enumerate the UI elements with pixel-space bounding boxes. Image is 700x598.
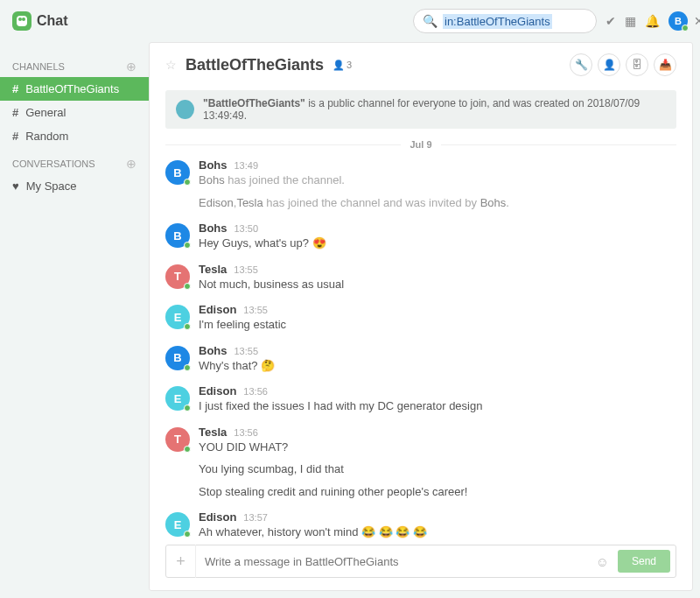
members-button[interactable]: 👤 bbox=[598, 53, 620, 76]
section-channels: CHANNELS ⊕ bbox=[0, 56, 149, 77]
msg-time: 13:55 bbox=[243, 305, 268, 315]
msg-author: Bohs bbox=[199, 158, 228, 172]
add-convo-icon[interactable]: ⊕ bbox=[126, 157, 136, 171]
message: BBohs13:55Why's that? 🤔 bbox=[165, 339, 676, 380]
msg-avatar[interactable]: T bbox=[165, 427, 190, 452]
send-button[interactable]: Send bbox=[618, 550, 670, 573]
message: BBohs13:50Hey Guys, what's up? 😍 bbox=[165, 216, 676, 257]
message: Edison,Tesla has joined the channel and … bbox=[165, 194, 676, 217]
banner-text: "BattleOfTheGiants" is a public channel … bbox=[203, 97, 666, 122]
msg-time: 13:56 bbox=[234, 427, 258, 438]
message-input[interactable] bbox=[196, 555, 587, 568]
section-conversations: CONVERSATIONS ⊕ bbox=[0, 153, 149, 174]
search-value: in:BattleOfTheGiants bbox=[443, 14, 552, 29]
message: Stop stealing credit and ruining other p… bbox=[165, 483, 676, 506]
message: EEdison13:57Ah whatever, history won't m… bbox=[165, 505, 676, 545]
msg-body: Ah whatever, history won't mind 😂 😂 😂 😂 bbox=[199, 524, 676, 541]
channel-title: BattleOfTheGiants bbox=[186, 56, 324, 74]
presence-dot bbox=[682, 25, 689, 32]
sidebar-channel[interactable]: #Random bbox=[0, 124, 149, 148]
composer: + ☺ Send bbox=[165, 545, 676, 578]
msg-body: Not much, business as usual bbox=[199, 276, 676, 293]
hash-icon: # bbox=[12, 106, 18, 119]
bell-icon[interactable]: 🔔 bbox=[645, 14, 660, 28]
msg-author: Tesla bbox=[199, 263, 227, 276]
people-count[interactable]: 👤3 bbox=[332, 60, 352, 71]
msg-avatar[interactable]: T bbox=[165, 264, 190, 289]
inbox-button[interactable]: 📥 bbox=[654, 53, 676, 76]
message: EEdison13:56I just fixed the issues I ha… bbox=[165, 379, 676, 420]
msg-author: Bohs bbox=[199, 222, 228, 235]
sidebar-channel[interactable]: #BattleOfTheGiants bbox=[0, 77, 149, 101]
msg-body: I just fixed the issues I had with my DC… bbox=[199, 397, 676, 415]
msg-body: Stop stealing credit and ruining other p… bbox=[199, 483, 676, 501]
msg-time: 13:49 bbox=[234, 160, 259, 171]
message: You lying scumbag, I did that bbox=[165, 461, 676, 483]
msg-time: 13:57 bbox=[243, 512, 268, 523]
message: TTesla13:56YOU DID WHAT? bbox=[165, 420, 676, 461]
msg-time: 13:56 bbox=[243, 386, 268, 397]
msg-body: Hey Guys, what's up? 😍 bbox=[199, 235, 676, 252]
message: EEdison13:55I'm feeling estatic bbox=[165, 298, 676, 339]
date-divider: Jul 9 bbox=[165, 139, 676, 150]
msg-avatar[interactable]: E bbox=[165, 386, 190, 411]
check-icon[interactable]: ✔ bbox=[606, 14, 616, 28]
msg-author: Tesla bbox=[199, 426, 227, 439]
topbar: Chat 🔍 in:BattleOfTheGiants ✕ ✔ ▦ 🔔 B bbox=[0, 0, 700, 42]
channel-header: ☆ BattleOfTheGiants 👤3 🔧 👤 🗄 📥 bbox=[150, 43, 692, 87]
chat-logo-icon bbox=[12, 11, 32, 31]
clear-search-icon[interactable]: ✕ bbox=[694, 14, 700, 28]
search-bar[interactable]: 🔍 in:BattleOfTheGiants ✕ bbox=[413, 9, 597, 33]
msg-author: Bohs bbox=[199, 344, 228, 357]
message: BBohs13:49Bohs has joined the channel. bbox=[165, 153, 676, 194]
msg-avatar[interactable]: E bbox=[165, 512, 190, 537]
archive-button[interactable]: 🗄 bbox=[626, 53, 648, 76]
search-icon: 🔍 bbox=[423, 14, 438, 28]
main-panel: ☆ BattleOfTheGiants 👤3 🔧 👤 🗄 📥 "BattleOf… bbox=[149, 42, 693, 591]
msg-avatar[interactable]: B bbox=[165, 346, 190, 370]
msg-body: Bohs has joined the channel. bbox=[199, 172, 676, 189]
attach-icon[interactable]: + bbox=[166, 545, 196, 578]
message: TTesla13:55Not much, business as usual bbox=[165, 257, 676, 299]
hash-icon: # bbox=[12, 130, 18, 143]
msg-body: You lying scumbag, I did that bbox=[199, 461, 676, 478]
sidebar-channel[interactable]: #General bbox=[0, 101, 149, 124]
app-logo[interactable]: Chat bbox=[12, 11, 68, 31]
person-icon: 👤 bbox=[332, 60, 345, 71]
msg-author: Edison bbox=[199, 510, 236, 524]
apps-icon[interactable]: ▦ bbox=[625, 14, 636, 28]
msg-body: I'm feeling estatic bbox=[199, 316, 676, 334]
msg-avatar[interactable]: B bbox=[165, 160, 190, 185]
msg-body: YOU DID WHAT? bbox=[199, 439, 676, 456]
star-icon[interactable]: ☆ bbox=[165, 58, 177, 72]
sidebar-convo[interactable]: ♥My Space bbox=[0, 174, 149, 198]
message-list: BBohs13:49Bohs has joined the channel.Ed… bbox=[150, 153, 692, 545]
app-name: Chat bbox=[37, 13, 68, 29]
msg-author: Edison bbox=[199, 303, 236, 316]
msg-body: Why's that? 🤔 bbox=[199, 357, 676, 375]
tools-button[interactable]: 🔧 bbox=[570, 53, 592, 76]
msg-avatar[interactable]: E bbox=[165, 305, 190, 329]
msg-author: Edison bbox=[199, 384, 236, 397]
bot-icon bbox=[176, 100, 194, 119]
sidebar: CHANNELS ⊕ #BattleOfTheGiants#General#Ra… bbox=[0, 42, 149, 598]
add-channel-icon[interactable]: ⊕ bbox=[126, 60, 136, 74]
me-avatar[interactable]: B bbox=[668, 11, 688, 31]
hash-icon: # bbox=[12, 82, 18, 95]
msg-time: 13:50 bbox=[234, 223, 259, 234]
msg-avatar[interactable]: B bbox=[165, 223, 190, 248]
emoji-icon[interactable]: ☺ bbox=[587, 554, 618, 569]
channel-banner: "BattleOfTheGiants" is a public channel … bbox=[165, 90, 676, 129]
msg-time: 13:55 bbox=[234, 264, 258, 275]
heart-icon: ♥ bbox=[12, 179, 19, 193]
msg-body: Edison,Tesla has joined the channel and … bbox=[199, 194, 676, 212]
msg-time: 13:55 bbox=[234, 346, 259, 356]
